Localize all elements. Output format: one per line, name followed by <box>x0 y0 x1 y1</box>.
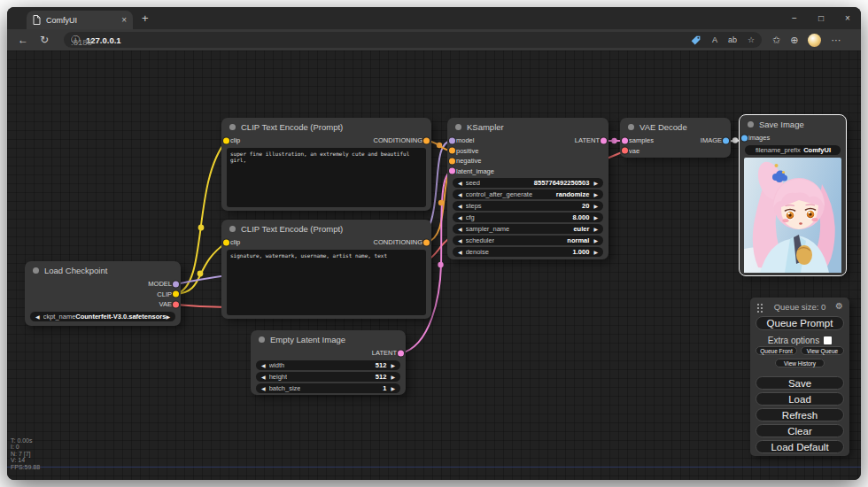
node-load-checkpoint[interactable]: Load Checkpoint MODEL CLIP VAE ◀ckpt_nam… <box>25 261 181 326</box>
stepper-left-icon[interactable]: ◀ <box>35 313 40 320</box>
node-title-bar[interactable]: Empty Latent Image <box>251 330 406 348</box>
node-save-image[interactable]: Save Image images filename_prefixComfyUI <box>740 115 846 275</box>
node-title-bar[interactable]: VAE Decode <box>620 118 731 135</box>
node-title-bar[interactable]: CLIP Text Encode (Prompt) <box>221 118 431 135</box>
stepper-right-icon[interactable]: ▶ <box>593 226 598 232</box>
node-empty-latent-image[interactable]: Empty Latent Image LATENT ◀width512▶ ◀he… <box>251 330 406 395</box>
node-title-bar[interactable]: Save Image <box>740 115 846 133</box>
new-tab-button[interactable]: + <box>142 12 149 24</box>
seed-widget[interactable]: ◀seed855776492250503▶ <box>453 178 603 188</box>
stepper-left-icon[interactable]: ◀ <box>458 214 462 220</box>
input-port-samples[interactable] <box>622 137 628 143</box>
view-queue-button[interactable]: View Queue <box>801 346 844 355</box>
output-port-latent[interactable] <box>398 350 404 356</box>
window-minimize-button[interactable]: − <box>781 7 808 29</box>
tab-close-button[interactable]: × <box>121 15 127 25</box>
collapse-dot-icon[interactable] <box>33 267 39 274</box>
browser-tab-comfyui[interactable]: ComfyUI × <box>27 11 133 29</box>
output-port-latent[interactable] <box>601 137 607 143</box>
save-button[interactable]: Save <box>756 376 844 390</box>
scheduler-widget[interactable]: ◀schedulernormal▶ <box>453 236 603 245</box>
load-button[interactable]: Load <box>756 392 844 406</box>
collapse-dot-icon[interactable] <box>229 124 236 130</box>
input-port-model[interactable] <box>449 137 455 143</box>
queue-front-button[interactable]: Queue Front <box>756 346 797 355</box>
input-port-latent-image[interactable] <box>449 168 455 174</box>
stepper-right-icon[interactable]: ▶ <box>593 249 598 255</box>
input-port-positive[interactable] <box>449 148 455 154</box>
stepper-left-icon[interactable]: ◀ <box>261 385 266 391</box>
node-title-bar[interactable]: KSampler <box>447 118 608 135</box>
input-port-vae[interactable] <box>622 148 628 154</box>
refresh-button-panel[interactable]: Refresh <box>756 408 844 421</box>
node-vae-decode[interactable]: VAE Decode samplesIMAGE vae <box>620 118 731 158</box>
control-after-generate-widget[interactable]: ◀control_after_generaterandomize▶ <box>453 189 603 199</box>
node-clip-text-encode-positive[interactable]: CLIP Text Encode (Prompt) clipCONDITIONI… <box>221 118 431 211</box>
input-port-clip[interactable] <box>223 239 229 245</box>
sampler-name-widget[interactable]: ◀sampler_nameeuler▶ <box>453 224 603 234</box>
stepper-right-icon[interactable]: ▶ <box>593 191 598 197</box>
stepper-left-icon[interactable]: ◀ <box>458 237 462 244</box>
window-close-button[interactable]: × <box>834 7 861 29</box>
stepper-right-icon[interactable]: ▶ <box>391 362 395 368</box>
output-port-vae[interactable] <box>173 301 179 307</box>
stepper-right-icon[interactable]: ▶ <box>593 237 598 244</box>
collections-icon[interactable]: ✩ <box>772 35 780 46</box>
height-widget[interactable]: ◀height512▶ <box>256 372 400 382</box>
output-port-conditioning[interactable] <box>423 239 430 245</box>
refresh-button[interactable]: ↻ <box>34 34 55 46</box>
collapse-dot-icon[interactable] <box>748 121 754 128</box>
prompt-textarea[interactable]: signature, watermark, username, artist n… <box>227 250 426 315</box>
stepper-left-icon[interactable]: ◀ <box>261 362 266 368</box>
output-port-image[interactable] <box>723 137 729 143</box>
collapse-dot-icon[interactable] <box>229 226 236 232</box>
filename-prefix-widget[interactable]: filename_prefixComfyUI <box>745 145 841 155</box>
translate-icon[interactable]: ab <box>728 35 737 44</box>
output-port-model[interactable] <box>173 281 179 287</box>
profile-avatar[interactable] <box>808 34 821 47</box>
input-port-images[interactable] <box>741 135 748 141</box>
settings-gear-icon[interactable]: ⚙ <box>835 301 843 311</box>
batch-size-widget[interactable]: ◀batch_size1▶ <box>256 383 400 393</box>
node-clip-text-encode-negative[interactable]: CLIP Text Encode (Prompt) clipCONDITIONI… <box>221 220 431 319</box>
prompt-textarea[interactable]: super fine illustration, an extremely cu… <box>227 148 426 207</box>
width-widget[interactable]: ◀width512▶ <box>256 360 400 370</box>
stepper-left-icon[interactable]: ◀ <box>458 180 462 186</box>
stepper-right-icon[interactable]: ▶ <box>593 203 598 209</box>
stepper-left-icon[interactable]: ◀ <box>458 203 462 209</box>
comfyui-canvas[interactable]: Load Checkpoint MODEL CLIP VAE ◀ckpt_nam… <box>7 50 861 480</box>
shopping-tag-icon[interactable] <box>690 35 701 46</box>
node-ksampler[interactable]: KSampler modelLATENT positive negative l… <box>447 118 608 259</box>
input-port-clip[interactable] <box>223 137 229 143</box>
collapse-dot-icon[interactable] <box>628 124 634 130</box>
denoise-widget[interactable]: ◀denoise1.000▶ <box>453 247 603 257</box>
comfy-menu-panel[interactable]: Queue size: 0 ⚙ Queue Prompt Extra optio… <box>750 298 849 456</box>
output-port-clip[interactable] <box>173 291 179 298</box>
back-button[interactable]: ← <box>12 34 34 46</box>
stepper-left-icon[interactable]: ◀ <box>458 191 462 197</box>
node-title-bar[interactable]: CLIP Text Encode (Prompt) <box>221 220 431 237</box>
stepper-right-icon[interactable]: ▶ <box>391 374 395 380</box>
extra-options-checkbox[interactable] <box>824 336 832 344</box>
read-aloud-icon[interactable]: A <box>712 35 717 44</box>
node-title-bar[interactable]: Load Checkpoint <box>25 261 181 279</box>
input-port-negative[interactable] <box>449 158 455 164</box>
collapse-dot-icon[interactable] <box>455 124 461 130</box>
load-default-button[interactable]: Load Default <box>756 440 844 453</box>
stepper-right-icon[interactable]: ▶ <box>166 313 170 320</box>
queue-prompt-button[interactable]: Queue Prompt <box>756 316 844 330</box>
stepper-left-icon[interactable]: ◀ <box>458 226 462 232</box>
extensions-icon[interactable]: ⊕ <box>790 35 798 46</box>
output-port-conditioning[interactable] <box>423 137 430 143</box>
stepper-right-icon[interactable]: ▶ <box>593 180 598 186</box>
steps-widget[interactable]: ◀steps20▶ <box>453 201 603 211</box>
stepper-right-icon[interactable]: ▶ <box>593 214 598 220</box>
address-bar[interactable]: ⓘ 127.0.0.1 :8188 A ab ☆ <box>64 32 762 48</box>
stepper-left-icon[interactable]: ◀ <box>261 374 266 380</box>
add-favorite-icon[interactable]: ☆ <box>748 35 755 44</box>
collapse-dot-icon[interactable] <box>259 336 265 343</box>
window-maximize-button[interactable]: □ <box>808 7 834 29</box>
browser-menu-icon[interactable]: ⋯ <box>831 35 841 46</box>
view-history-button[interactable]: View History <box>775 359 825 367</box>
stepper-left-icon[interactable]: ◀ <box>458 249 462 255</box>
